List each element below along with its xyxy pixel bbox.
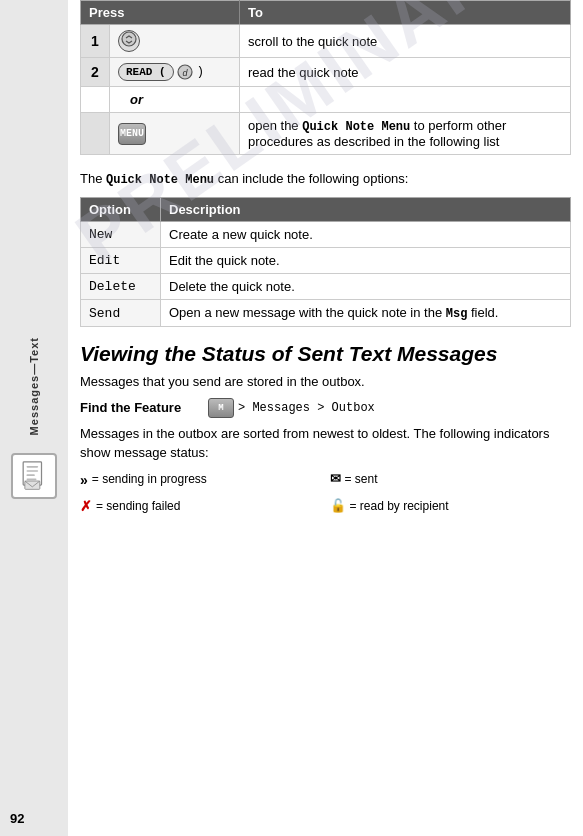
opt-new: New [81,222,161,248]
svg-rect-1 [27,466,39,468]
opt-edit: Edit [81,248,161,274]
sent-symbol: ✉ [330,469,341,490]
page-number: 92 [10,811,24,826]
desc-delete: Delete the quick note. [161,274,571,300]
quick-note-menu-inline-ref: Quick Note Menu [106,173,214,187]
press-table: Press To 1 scroll to the quick not [80,0,571,155]
failed-symbol: ✗ [80,495,92,517]
press-cell-1 [110,25,240,58]
row-num-2: 2 [81,58,110,87]
svg-point-6 [122,32,136,46]
msg-field-ref: Msg [446,307,468,321]
to-header: To [240,1,571,25]
press-cell-2: READ ( d ) [110,58,240,87]
table-row-or: or [81,87,571,113]
table-row: Edit Edit the quick note. [81,248,571,274]
or-desc-cell [240,87,571,113]
desc-cell-menu: open the Quick Note Menu to perform othe… [240,113,571,155]
document-icon [11,453,57,499]
or-cell: or [110,87,240,113]
opt-delete: Delete [81,274,161,300]
read-button[interactable]: READ ( [118,63,174,81]
svg-rect-4 [27,479,37,481]
table-row: MENU open the Quick Note Menu to perform… [81,113,571,155]
or-num-cell [81,87,110,113]
find-feature-label: Find the Feature [80,400,200,415]
row-num-1: 1 [81,25,110,58]
press-cell-menu: MENU [110,113,240,155]
read-symbol: 🔓 [330,496,346,517]
body-text-2: Messages in the outbox are sorted from n… [80,424,571,463]
viewing-heading: Viewing the Status of Sent Text Messages [80,341,571,366]
svg-rect-2 [27,470,39,472]
sending-symbol: » [80,469,88,491]
table-row: 2 READ ( d ) read the quick note [81,58,571,87]
indicator-sent: ✉ = sent [330,469,572,491]
option-header: Option [81,198,161,222]
quick-note-menu-ref: Quick Note Menu [302,120,410,134]
svg-rect-3 [27,475,35,477]
menu-button[interactable]: MENU [118,123,146,145]
find-feature-row: Find the Feature M > Messages > Outbox [80,398,571,418]
or-label: or [130,92,143,107]
intro-text: The Quick Note Menu can include the foll… [80,169,571,189]
press-header: Press [81,1,240,25]
menu-icon[interactable]: M [208,398,234,418]
desc-cell-2: read the quick note [240,58,571,87]
main-content: Press To 1 scroll to the quick not [68,0,583,529]
read-text: = read by recipient [350,497,449,516]
indicator-sending: » = sending in progress [80,469,322,491]
sidebar: Messages—Text [0,0,68,836]
sidebar-label: Messages—Text [28,337,40,435]
opt-send: Send [81,300,161,327]
indicator-read: 🔓 = read by recipient [330,495,572,517]
sending-text: = sending in progress [92,470,207,489]
table-row: 1 scroll to the quick note [81,25,571,58]
desc-new: Create a new quick note. [161,222,571,248]
desc-edit: Edit the quick note. [161,248,571,274]
feature-path-text: > Messages > Outbox [238,401,375,415]
failed-text: = sending failed [96,497,180,516]
table-row: Send Open a new message with the quick n… [81,300,571,327]
find-feature-path: M > Messages > Outbox [208,398,375,418]
table-row: New Create a new quick note. [81,222,571,248]
table-row: Delete Delete the quick note. [81,274,571,300]
description-header: Description [161,198,571,222]
options-table: Option Description New Create a new quic… [80,197,571,327]
body-text-1: Messages that you send are stored in the… [80,372,571,392]
indicator-failed: ✗ = sending failed [80,495,322,517]
desc-send: Open a new message with the quick note i… [161,300,571,327]
read-button-suffix: ) [197,65,204,79]
indicators-grid: » = sending in progress ✉ = sent ✗ = sen… [80,469,571,518]
row-num-menu [81,113,110,155]
sent-text: = sent [345,470,378,489]
scroll-button[interactable] [118,30,140,52]
desc-cell-1: scroll to the quick note [240,25,571,58]
